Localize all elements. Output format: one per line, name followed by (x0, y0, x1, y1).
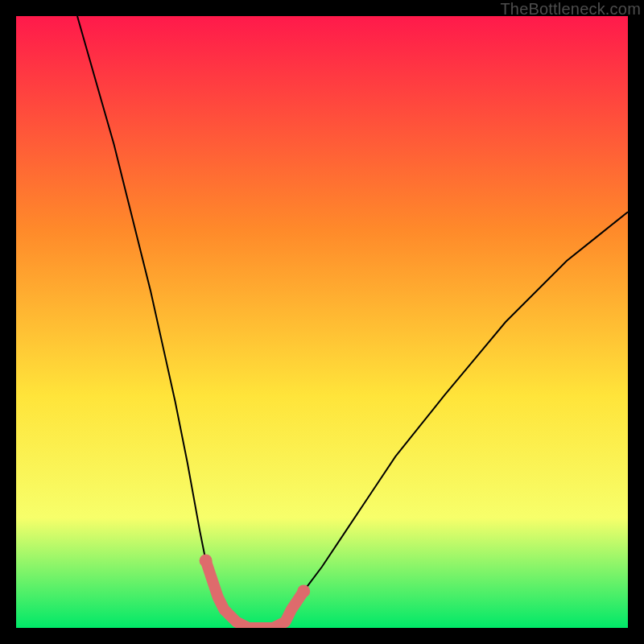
gradient-background (16, 16, 628, 628)
chart-svg (16, 16, 628, 628)
watermark-text: TheBottleneck.com (500, 0, 641, 19)
highlight-end-dot (200, 554, 213, 567)
chart-frame (16, 16, 628, 628)
highlight-end-dot (297, 584, 310, 597)
